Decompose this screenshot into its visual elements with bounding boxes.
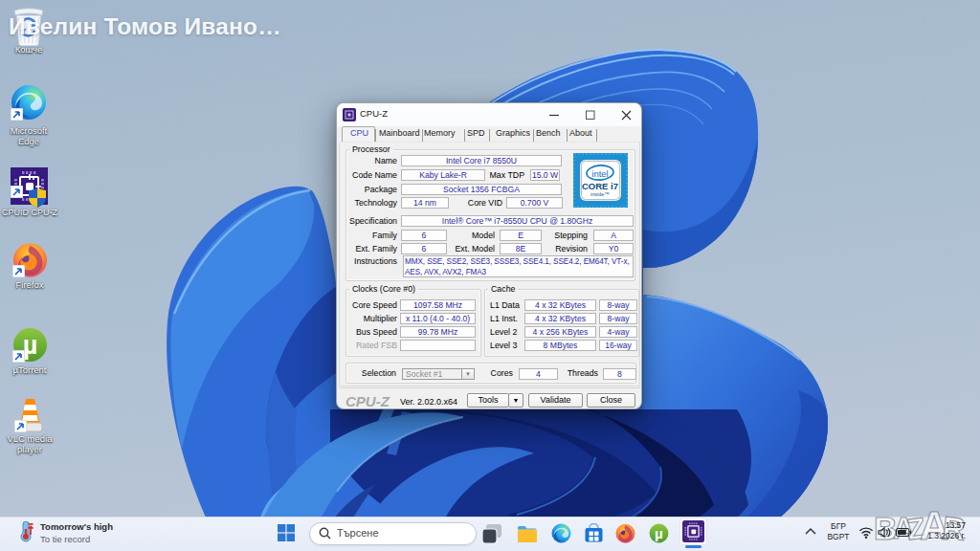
svg-text:µ: µ xyxy=(655,525,663,541)
svg-text:µ: µ xyxy=(23,331,38,360)
svg-text:inside™: inside™ xyxy=(590,191,610,197)
svg-text:CORE i7: CORE i7 xyxy=(582,181,618,191)
svg-text:intel: intel xyxy=(591,168,608,179)
